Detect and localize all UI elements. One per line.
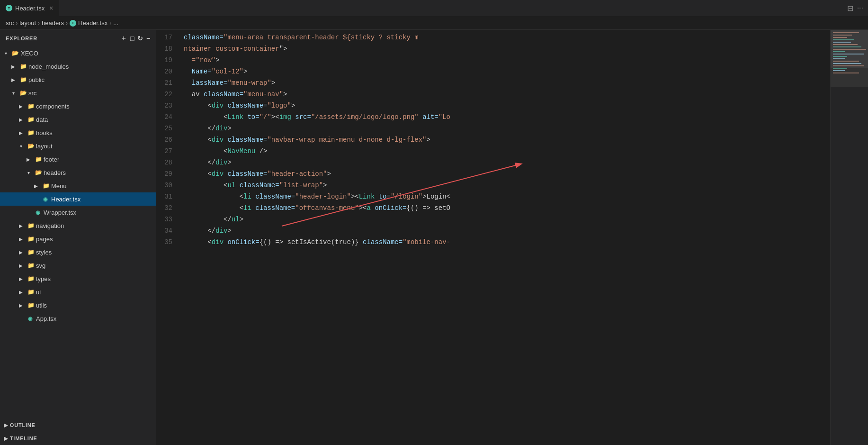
tree-item-header-tsx[interactable]: ◉ Header.tsx [0, 192, 156, 206]
new-folder-icon[interactable]: □ [130, 35, 134, 42]
code-token: > [227, 157, 231, 168]
collapse-icon[interactable]: − [146, 35, 151, 42]
minimap[interactable] [830, 30, 868, 445]
tree-item-navigation[interactable]: ▶ 📁 navigation [0, 219, 156, 232]
line-number: 27 [156, 145, 172, 157]
refresh-icon[interactable]: ↻ [137, 35, 143, 42]
folder-dot-icon: 📁 [34, 155, 42, 163]
code-token: "navbar-wrap main-menu d-none d-lg-flex" [267, 134, 426, 145]
line-number: 18 [156, 43, 172, 54]
code-line[interactable]: </div> [180, 157, 830, 168]
tree-item-label: pages [36, 236, 53, 243]
tab-close-button[interactable]: × [49, 4, 53, 12]
code-token: "offcanvas-menu" [295, 202, 358, 214]
tree-item-label: ui [36, 289, 41, 296]
line-number: 21 [156, 77, 172, 89]
tree-item-types[interactable]: ▶ 📁 types [0, 272, 156, 285]
tab-bar: T Header.tsx × ⊟ ··· [0, 0, 868, 17]
code-token [184, 202, 240, 214]
tree-item-layout[interactable]: ▾ 📂 layout [0, 139, 156, 153]
code-token: className= [359, 236, 403, 248]
folder-dot-icon: 📁 [27, 275, 34, 282]
code-line[interactable]: <div className="header-action"> [180, 168, 830, 180]
code-line[interactable]: className="menu-area transparent-header … [180, 32, 830, 43]
breadcrumb-headers[interactable]: headers [42, 19, 64, 27]
code-line[interactable]: <li className="header-login"><Link to="/… [180, 191, 830, 202]
line-number: 25 [156, 123, 172, 134]
breadcrumb-src[interactable]: src [6, 19, 14, 27]
code-line[interactable]: </ul> [180, 214, 830, 225]
tree-item-headers[interactable]: ▾ 📂 headers [0, 166, 156, 179]
arrow-icon: ▶ [9, 63, 17, 70]
timeline-section-header[interactable]: ▶ TIMELINE [0, 432, 156, 445]
code-token [184, 214, 224, 225]
tree-item-wrapper-tsx[interactable]: ◉ Wrapper.tsx [0, 206, 156, 219]
code-line[interactable]: </div> [180, 225, 830, 236]
tab-file-icon: T [6, 5, 12, 11]
new-file-icon[interactable]: ＋ [120, 34, 127, 43]
breadcrumb-file[interactable]: Header.tsx [78, 19, 107, 27]
code-line[interactable]: <NavMenu /> [180, 145, 830, 157]
arrow-icon [17, 315, 25, 322]
tree-root-xeco[interactable]: ▾ 📂 XECO [0, 46, 156, 60]
tree-item-footer[interactable]: ▶ 📁 footer [0, 153, 156, 166]
code-token [184, 168, 207, 180]
code-token: < [207, 236, 211, 248]
code-token: ntainer custom-container [184, 43, 279, 54]
code-token: ul [232, 214, 240, 225]
code-line[interactable]: av className="menu-nav"> [180, 89, 830, 100]
code-line[interactable]: <div className="logo"> [180, 100, 830, 111]
timeline-arrow: ▶ [4, 436, 8, 442]
split-editor-icon[interactable]: ⊟ [847, 4, 853, 13]
code-line[interactable]: <div className="navbar-wrap main-menu d-… [180, 134, 830, 145]
breadcrumb-sep-2: › [38, 20, 40, 27]
code-line[interactable]: <Link to="/"><img src="/assets/img/logo/… [180, 111, 830, 123]
code-line[interactable]: <li className="offcanvas-menu"><a onClic… [180, 202, 830, 214]
tree-item-pages[interactable]: ▶ 📁 pages [0, 232, 156, 245]
tree-item-utils[interactable]: ▶ 📁 utils [0, 299, 156, 312]
tree-item-node-modules[interactable]: ▶ 📁 node_modules [0, 60, 156, 73]
tree-item-svg[interactable]: ▶ 📁 svg [0, 259, 156, 272]
arrow-icon: ▾ [9, 89, 17, 97]
code-line[interactable]: ntainer custom-container"> [180, 43, 830, 54]
editor-tab[interactable]: T Header.tsx × [0, 0, 59, 17]
code-line[interactable]: <div onClick={() => setIsActive(true)} c… [180, 236, 830, 248]
code-line[interactable]: </div> [180, 123, 830, 134]
breadcrumb-layout[interactable]: layout [19, 19, 36, 27]
code-token [184, 236, 207, 248]
breadcrumb-more[interactable]: ... [113, 19, 118, 27]
sidebar-title: EXPLORER [6, 36, 37, 41]
code-token: "header-action" [267, 168, 327, 180]
code-token: >Login< [422, 191, 450, 202]
line-number: 17 [156, 32, 172, 43]
tree-item-ui[interactable]: ▶ 📁 ui [0, 285, 156, 299]
code-line[interactable]: <ul className="list-wrap"> [180, 180, 830, 191]
code-token: className= [224, 168, 267, 180]
line-number: 26 [156, 134, 172, 145]
sidebar: EXPLORER ＋ □ ↻ − ▾ 📂 XECO ▶ 📁 node_modul… [0, 30, 156, 445]
code-line[interactable]: Name="col-12"> [180, 66, 830, 77]
code-token [184, 123, 207, 134]
code-token: > [271, 77, 275, 89]
tree-item-public[interactable]: ▶ 📁 public [0, 73, 156, 86]
tree-item-app-tsx[interactable]: ◉ App.tsx [0, 312, 156, 325]
tree-item-hooks[interactable]: ▶ 📁 hooks [0, 126, 156, 139]
tree-item-styles[interactable]: ▶ 📁 styles [0, 245, 156, 259]
code-line[interactable]: lassName="menu-wrap"> [180, 77, 830, 89]
tree-item-label: footer [44, 156, 59, 163]
tree-item-menu[interactable]: ▶ 📁 Menu [0, 179, 156, 192]
tree-item-data[interactable]: ▶ 📁 data [0, 113, 156, 126]
line-number: 19 [156, 54, 172, 66]
tree-item-components[interactable]: ▶ 📁 components [0, 100, 156, 113]
tree-item-src[interactable]: ▾ 📂 src [0, 86, 156, 100]
code-token [184, 134, 207, 145]
outline-section-header[interactable]: ▶ OUTLINE [0, 418, 156, 432]
more-actions-icon[interactable]: ··· [857, 4, 863, 12]
code-line[interactable]: ="row"> [180, 54, 830, 66]
code-token: < [207, 134, 211, 145]
code-content[interactable]: className="menu-area transparent-header … [180, 30, 830, 445]
tree-item-label: types [36, 275, 51, 282]
arrow-icon: ▶ [17, 275, 25, 282]
code-token: > [283, 89, 287, 100]
code-token: </ [207, 157, 215, 168]
